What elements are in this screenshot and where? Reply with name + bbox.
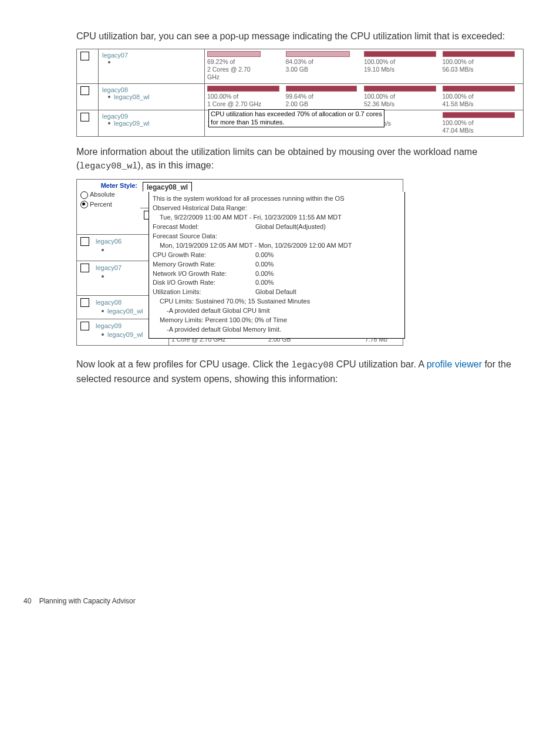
disk-pct: 100.00% of (443, 58, 474, 65)
system-name[interactable]: legacy09 (102, 113, 202, 120)
profile-viewer-link[interactable]: profile viewer (427, 359, 482, 369)
system-name[interactable]: legacy08 (102, 86, 202, 93)
fig1-utilization-table: legacy07 69.22% of 2 Cores @ 2.70 GHz 84… (76, 49, 524, 137)
row-checkbox[interactable] (80, 264, 89, 272)
system-name[interactable]: legacy06 (96, 238, 122, 245)
row-checkbox[interactable] (80, 322, 89, 330)
system-name[interactable]: legacy09 (96, 322, 122, 329)
tooltip-title: legacy08_wl (143, 182, 192, 191)
page-number: 40 (23, 597, 31, 605)
workload-name[interactable]: legacy09_wl (107, 331, 143, 338)
system-name[interactable]: legacy07 (96, 264, 122, 271)
workload-name[interactable]: legacy08_wl (114, 93, 150, 100)
intro-para-3: Now look at a few profiles for CPU usage… (76, 357, 525, 386)
workload-name[interactable]: legacy09_wl (114, 120, 150, 127)
workload-tooltip: legacy08_wl This is the system workload … (147, 181, 405, 339)
row-checkbox[interactable] (80, 52, 89, 60)
system-name[interactable]: legacy07 (102, 52, 202, 59)
cpu-limit-tooltip: CPU utilization has exceeded 70% of allo… (208, 109, 384, 128)
row-checkbox[interactable] (80, 237, 89, 246)
footer-title: Planning with Capacity Advisor (39, 597, 136, 605)
intro-para-1: CPU utilization bar, you can see a pop-u… (76, 29, 525, 43)
row-checkbox[interactable] (80, 298, 89, 307)
meter-style-label: Meter Style: (80, 182, 139, 189)
row-checkbox[interactable] (80, 86, 89, 95)
mem-pct: 84.03% of (286, 58, 313, 65)
cpu-pct: 69.22% of (207, 58, 235, 65)
cpu-cores: 2 Cores @ 2.70 (207, 66, 251, 73)
system-name[interactable]: legacy08 (96, 299, 122, 306)
fig2-wrap: Meter Style: Absolute Percent legacy05 l… (76, 179, 525, 346)
row-checkbox[interactable] (80, 113, 89, 121)
radio-absolute[interactable] (80, 191, 88, 199)
intro-para-2: More information about the utilization l… (76, 145, 525, 173)
tooltip-ohdr-key: Observed Historical Data Range: (153, 204, 401, 213)
workload-name[interactable]: legacy08_wl (107, 308, 143, 315)
page-footer: 40 Planning with Capacity Advisor (23, 597, 525, 605)
net-pct: 100.00% of (364, 58, 395, 65)
